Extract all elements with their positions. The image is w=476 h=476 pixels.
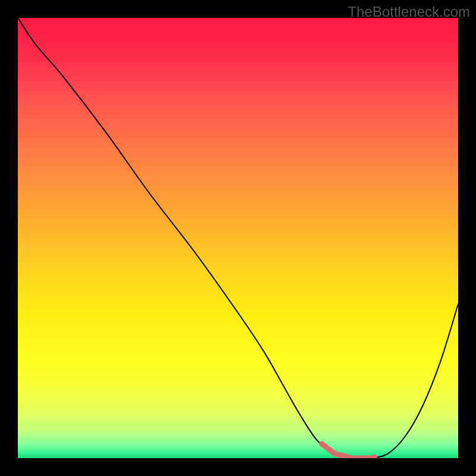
highlight-segment bbox=[322, 444, 375, 458]
curve-svg bbox=[18, 18, 458, 458]
watermark-text: TheBottleneck.com bbox=[348, 4, 470, 20]
bottleneck-curve bbox=[18, 18, 458, 458]
plot-area bbox=[18, 18, 458, 458]
